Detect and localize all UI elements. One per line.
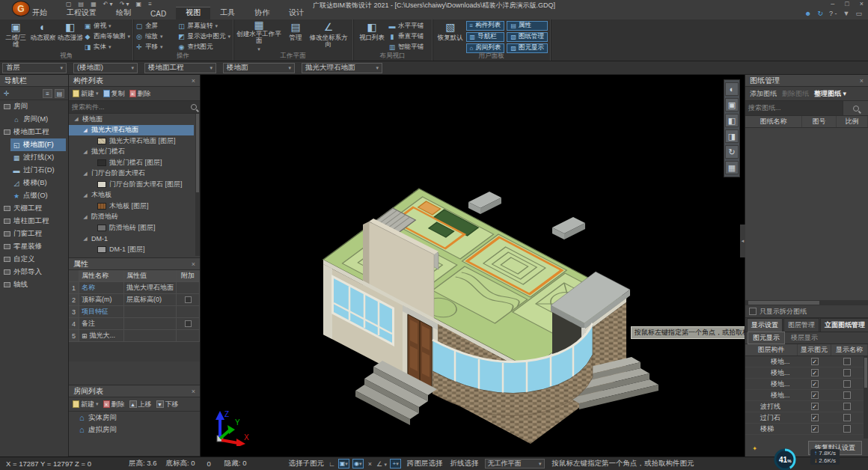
- property-row-name[interactable]: 1 名称 抛光大理石地面: [69, 282, 200, 294]
- btn-zoom[interactable]: ◎缩放▾: [135, 32, 177, 41]
- show-element-checkbox[interactable]: [811, 414, 819, 421]
- delete-room-button[interactable]: ×删除: [103, 400, 125, 409]
- property-row-features[interactable]: 3 项目特征: [69, 306, 200, 318]
- close-icon[interactable]: ×: [192, 388, 195, 395]
- component-scrollbar[interactable]: [195, 114, 200, 256]
- panel-collapse-handle[interactable]: ◂: [740, 225, 745, 257]
- nav-item-accent[interactable]: ★点缀(O): [10, 189, 66, 202]
- monitor-icon[interactable]: ▭: [855, 10, 862, 17]
- tree-layer-wood-floor[interactable]: 木地板 [图层]: [69, 201, 200, 212]
- nav-group-ceiling[interactable]: 天棚工程: [0, 202, 68, 215]
- tree-layer-dm1[interactable]: DM-1 [图层]: [69, 244, 200, 255]
- perpendicular-snap-icon[interactable]: ∟: [328, 460, 335, 468]
- tree-group-entry-marble[interactable]: ◢门厅台阶面大理石: [69, 168, 200, 180]
- nav-panel-mode-icon[interactable]: ▤: [55, 89, 64, 98]
- btn-2d-3d[interactable]: ▣二维/三维: [2, 21, 29, 52]
- btn-restore-default[interactable]: ▧恢复默认: [435, 21, 466, 52]
- close-icon[interactable]: ×: [860, 77, 864, 85]
- toggle-properties[interactable]: ▤属性: [507, 21, 548, 31]
- tab-layer-manager[interactable]: 图层管理: [783, 318, 819, 332]
- show-name-checkbox[interactable]: [843, 358, 851, 365]
- move-up-button[interactable]: ▲上移: [129, 400, 152, 409]
- floor-select[interactable]: 首层▾: [2, 63, 67, 73]
- element-type-select[interactable]: 楼地面▾: [223, 63, 295, 73]
- toggle-drawing-manager[interactable]: ▧图纸管理: [507, 32, 548, 42]
- tree-layer-marble-floor[interactable]: 抛光大理石地面 [图层]: [69, 135, 200, 147]
- select-subelement-label[interactable]: 选择子图元: [288, 459, 324, 469]
- btn-pan[interactable]: ✛平移▾: [135, 43, 177, 52]
- close-icon[interactable]: ×: [192, 260, 195, 268]
- display-row[interactable]: 楼地...: [745, 356, 868, 367]
- btn-viewport-list[interactable]: ◧视口列表: [355, 21, 388, 52]
- account-icon[interactable]: ☻: [804, 10, 811, 17]
- btn-tile-vertical[interactable]: ▮垂直平铺: [388, 32, 424, 41]
- nav-item-stairs[interactable]: ◿楼梯(B): [10, 177, 66, 189]
- menu-project-settings[interactable]: 工程设置: [57, 7, 106, 19]
- show-element-checkbox[interactable]: [811, 425, 819, 433]
- show-element-checkbox[interactable]: [811, 391, 819, 399]
- room-item-solid[interactable]: ⌂实体房间: [69, 412, 200, 424]
- display-row[interactable]: 波打线: [745, 401, 868, 412]
- add-drawing-button[interactable]: 添加图纸: [750, 89, 777, 99]
- organize-drawing-button[interactable]: 整理图纸 ▾: [814, 89, 846, 99]
- wireframe-cube-tool-icon[interactable]: ◧: [725, 114, 739, 127]
- sync-icon[interactable]: ↻: [818, 10, 824, 17]
- display-row[interactable]: 过门石: [745, 412, 868, 424]
- drawing-table-body[interactable]: [745, 128, 868, 300]
- show-name-checkbox[interactable]: [843, 380, 851, 388]
- tree-layer-threshold-stone[interactable]: 抛光门槛石 [图层]: [69, 157, 200, 168]
- display-row[interactable]: 楼地...: [745, 367, 868, 379]
- move-down-button[interactable]: ▼下移: [156, 400, 179, 409]
- model-viewport[interactable]: ◐ ▣ ◧ ◨ ↻ ▦ 按鼠标左键指定第一个角点，或拾取构件图元 Z Y X: [201, 75, 745, 457]
- btn-tile-horizontal[interactable]: ▬水平平铺: [388, 22, 424, 31]
- tree-layer-entry-marble[interactable]: 门厅台阶面大理石 [图层]: [69, 179, 200, 190]
- show-name-checkbox[interactable]: [843, 425, 851, 433]
- property-row-expand[interactable]: 5 ⊞抛光大...: [69, 330, 200, 342]
- selection-mode-icon[interactable]: ▣▾: [338, 459, 349, 469]
- orbit-tool-icon[interactable]: ◐: [725, 82, 739, 96]
- copy-component-button[interactable]: 复制: [103, 89, 125, 99]
- menu-view[interactable]: 视图: [176, 7, 210, 19]
- subtab-floor-display[interactable]: 楼层显示: [786, 332, 822, 344]
- nav-group-room[interactable]: 房间: [0, 100, 68, 113]
- property-row-remark[interactable]: 4 备注: [69, 318, 200, 330]
- btn-screen-rotate[interactable]: ◫屏幕旋转▾: [177, 22, 230, 31]
- nav-group-misc-decor[interactable]: 零星装修: [0, 240, 68, 253]
- show-name-checkbox[interactable]: [843, 391, 851, 399]
- btn-tile-smart[interactable]: ▥智能平铺: [388, 43, 424, 52]
- btn-show-selected[interactable]: ◩显示选中图元▾: [177, 32, 230, 41]
- pin-icon[interactable]: ✛: [4, 90, 10, 97]
- delete-drawing-button[interactable]: 删除图纸: [782, 89, 809, 99]
- tab-elevation-drawings[interactable]: 立面图纸管理: [820, 318, 868, 332]
- btn-top-view[interactable]: ▣俯视▾: [84, 22, 130, 31]
- new-room-button[interactable]: 新建▾: [73, 400, 99, 409]
- menu-tools[interactable]: 工具: [210, 7, 245, 19]
- new-component-button[interactable]: 新建▾: [73, 89, 99, 99]
- nav-group-custom[interactable]: 自定义: [0, 253, 68, 266]
- display-row[interactable]: 楼地...: [745, 379, 868, 390]
- display-row[interactable]: 楼梯: [745, 424, 868, 435]
- restore-button[interactable]: □: [845, 0, 849, 7]
- property-row-top-elevation[interactable]: 2 顶标高(m) 层底标高(0): [69, 294, 200, 306]
- tree-root-floor[interactable]: ◢楼地面: [69, 114, 200, 125]
- close-icon[interactable]: ×: [192, 77, 195, 85]
- tab-display-settings[interactable]: 显示设置: [747, 318, 783, 332]
- angle-snap-icon[interactable]: ∠ ▾: [376, 460, 387, 468]
- show-name-checkbox[interactable]: [843, 414, 851, 421]
- show-element-checkbox[interactable]: [811, 403, 819, 410]
- nav-group-doors-windows[interactable]: 门窗工程: [0, 228, 68, 240]
- add-snap-icon[interactable]: +▾: [390, 459, 401, 469]
- toggle-component-list[interactable]: ≡构件列表: [466, 21, 505, 31]
- theme-icon[interactable]: ▼: [843, 10, 850, 17]
- polyline-select-toggle[interactable]: 折线选择: [450, 459, 479, 469]
- btn-fullscreen[interactable]: ▢全屏: [135, 22, 177, 31]
- drawing-search-button[interactable]: [843, 101, 868, 115]
- component-select[interactable]: 抛光大理石地面▾: [302, 63, 382, 73]
- menu-design[interactable]: 设计: [279, 7, 314, 19]
- btn-create-workplane[interactable]: ▦创建水平工作平面▾: [236, 21, 282, 52]
- subtab-element-display[interactable]: 图元显示: [748, 332, 785, 344]
- project-select[interactable]: 楼地面工程▾: [144, 63, 216, 73]
- drawing-search-input[interactable]: 搜索图纸...: [745, 101, 843, 115]
- btn-solid-style[interactable]: ◨实体▾: [84, 43, 130, 52]
- room-item-virtual[interactable]: ⌂虚拟房间: [69, 424, 200, 436]
